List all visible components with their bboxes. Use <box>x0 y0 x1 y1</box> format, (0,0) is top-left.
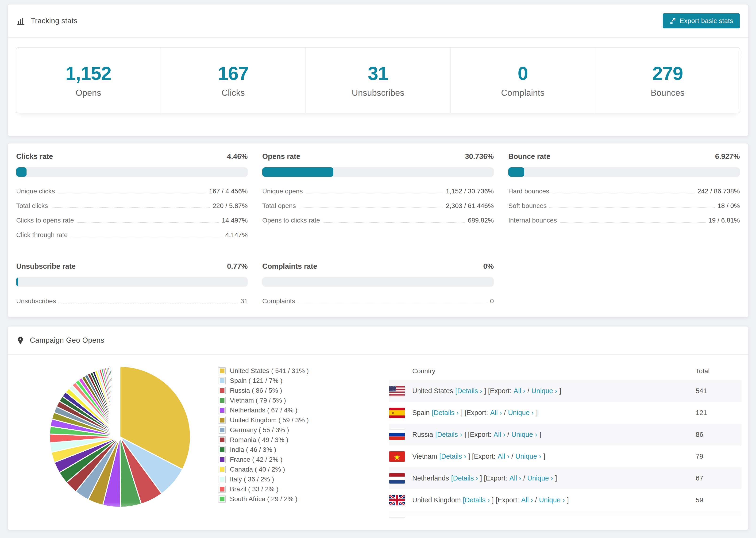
export-unique-link[interactable]: Unique › <box>531 387 557 395</box>
export-unique-link[interactable]: Unique › <box>539 496 565 504</box>
slash-text: / <box>514 518 516 525</box>
rate-panel: Complaints rate 0% Complaints 0 <box>262 262 494 312</box>
bracket-text: ] [Export: <box>484 387 512 395</box>
rate-panel: Bounce rate 6.927% Hard bounces 242 / 86… <box>508 152 740 246</box>
progress-bar <box>262 277 494 287</box>
legend-swatch <box>219 456 226 463</box>
details-link[interactable]: [Details › <box>451 474 478 482</box>
country-flag-icon <box>389 452 412 462</box>
stat-value: 1,152 / 30.736% <box>446 188 494 195</box>
legend-item: Spain ( 121 / 7% ) <box>219 376 309 386</box>
legend-item: United States ( 541 / 31% ) <box>219 366 309 376</box>
tracking-stats-header: Tracking stats Export basic stats <box>8 4 748 38</box>
export-unique-link[interactable]: Unique › <box>519 518 544 525</box>
legend-swatch <box>219 476 226 483</box>
legend-label: Romania ( 49 / 3% ) <box>230 436 288 444</box>
legend-label: Germany ( 55 / 3% ) <box>230 426 289 434</box>
stat-line: Internal bounces 19 / 6.81% <box>508 217 740 224</box>
bracket-close-text: ] <box>536 409 538 416</box>
country-flag-icon <box>389 430 412 440</box>
slash-text: / <box>523 474 525 482</box>
export-all-link[interactable]: All › <box>494 431 505 438</box>
export-all-link[interactable]: All › <box>498 453 509 460</box>
summary-label: Unsubscribes <box>352 88 404 98</box>
country-flag-icon <box>389 495 412 506</box>
legend-item: France ( 42 / 2% ) <box>219 455 309 464</box>
table-row: Russia[Details ›] [Export:All ›/Unique ›… <box>389 424 741 446</box>
pie-legend: United States ( 541 / 31% ) Spain ( 121 … <box>219 366 309 504</box>
table-row: United Kingdom[Details ›] [Export:All ›/… <box>389 489 741 511</box>
dotted-leader <box>58 193 206 193</box>
progress-bar-fill <box>262 167 333 177</box>
rate-title: Complaints rate <box>262 262 317 271</box>
bracket-text: ] [Export: <box>461 409 488 416</box>
export-unique-link[interactable]: Unique › <box>515 453 541 460</box>
summary-label: Bounces <box>651 88 685 98</box>
bracket-close-text: ] <box>567 496 568 504</box>
bracket-close-text: ] <box>546 518 548 525</box>
stat-line: Total opens 2,303 / 61.446% <box>262 202 494 210</box>
bracket-close-text: ] <box>555 474 557 482</box>
details-link[interactable]: [Details › <box>463 496 490 504</box>
export-all-link[interactable]: All › <box>501 518 513 525</box>
dotted-leader <box>549 207 715 208</box>
details-link[interactable]: [Details › <box>439 453 466 460</box>
pie-slice <box>120 366 120 437</box>
stat-line: Total clicks 220 / 5.87% <box>16 202 248 210</box>
details-link[interactable]: [Details › <box>442 518 469 525</box>
legend-label: United States ( 541 / 31% ) <box>230 367 309 375</box>
rate-value: 30.736% <box>465 152 494 161</box>
dotted-leader <box>560 222 706 223</box>
details-link[interactable]: [Details › <box>432 409 459 416</box>
summary-value: 1,152 <box>66 63 111 84</box>
export-unique-link[interactable]: Unique › <box>512 431 537 438</box>
geo-table-header: Country Total <box>389 362 741 380</box>
country-total: 59 <box>696 496 741 504</box>
country-name: United States <box>412 387 453 395</box>
rate-value: 0.77% <box>227 262 248 271</box>
export-all-link[interactable]: All › <box>521 496 533 504</box>
legend-swatch <box>219 397 226 404</box>
legend-swatch <box>219 436 226 443</box>
export-unique-link[interactable]: Unique › <box>508 409 534 416</box>
legend-item: Canada ( 40 / 2% ) <box>219 464 309 474</box>
details-link[interactable]: [Details › <box>435 431 462 438</box>
stat-label: Complaints <box>262 297 295 305</box>
legend-item: United Kingdom ( 59 / 3% ) <box>219 415 309 425</box>
country-name: Netherlands <box>412 474 449 482</box>
bracket-close-text: ] <box>539 431 541 438</box>
rate-panel: Clicks rate 4.46% Unique clicks 167 / 4.… <box>16 152 248 246</box>
progress-bar <box>16 277 248 287</box>
summary-box: 279 Bounces <box>595 48 740 113</box>
table-row: Germany[Details ›] [Export:All ›/Unique … <box>389 511 741 530</box>
summary-value: 31 <box>368 63 388 84</box>
export-all-link[interactable]: All › <box>490 409 502 416</box>
export-all-link[interactable]: All › <box>514 387 525 395</box>
country-name: Germany <box>412 518 440 525</box>
legend-label: Brazil ( 33 / 2% ) <box>230 485 279 493</box>
legend-label: France ( 42 / 2% ) <box>230 456 283 463</box>
progress-bar <box>508 167 740 177</box>
stat-label: Opens to clicks rate <box>262 217 320 224</box>
export-basic-stats-button[interactable]: Export basic stats <box>663 13 740 28</box>
legend-item: Netherlands ( 67 / 4% ) <box>219 405 309 415</box>
dotted-leader <box>71 237 223 237</box>
dotted-leader <box>552 193 694 193</box>
dotted-leader <box>59 303 238 303</box>
bracket-close-text: ] <box>543 453 545 460</box>
progress-bar-fill <box>508 167 524 177</box>
country-total: 541 <box>696 387 741 395</box>
export-unique-link[interactable]: Unique › <box>527 474 553 482</box>
summary-value: 0 <box>518 63 528 84</box>
summary-counters: 1,152 Opens 167 Clicks 31 Unsubscribes 0… <box>16 47 740 113</box>
stat-value: 689.82% <box>468 217 494 224</box>
details-link[interactable]: [Details › <box>455 387 482 395</box>
tracking-stats-card: Tracking stats Export basic stats 1,152 … <box>8 4 748 136</box>
map-pin-icon <box>16 335 25 346</box>
legend-item: South Africa ( 29 / 2% ) <box>219 494 309 504</box>
stat-label: Total opens <box>262 202 296 210</box>
export-button-label: Export basic stats <box>680 17 733 25</box>
legend-label: Italy ( 36 / 2% ) <box>230 476 274 483</box>
table-row: Vietnam[Details ›] [Export:All ›/Unique … <box>389 446 741 467</box>
export-all-link[interactable]: All › <box>510 474 521 482</box>
